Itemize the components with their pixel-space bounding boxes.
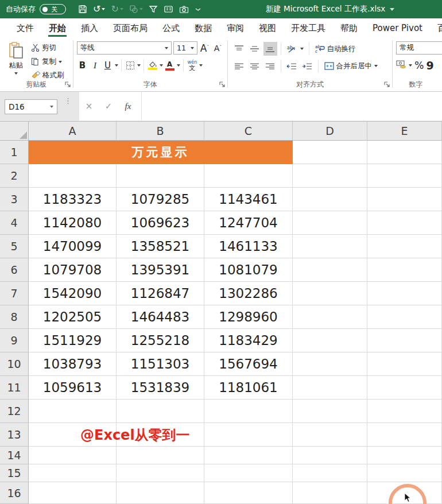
cell-A12[interactable]: [29, 400, 117, 423]
select-all-button[interactable]: [0, 122, 29, 141]
cell-D9[interactable]: [293, 329, 367, 352]
percent-style-icon[interactable]: %: [414, 60, 424, 71]
cell-B8[interactable]: 1464483: [117, 305, 204, 329]
cell-C16[interactable]: [204, 482, 293, 504]
undo-icon[interactable]: ↺: [91, 3, 107, 15]
cell-B16[interactable]: [117, 482, 204, 504]
row-header-13[interactable]: 13: [0, 423, 29, 447]
orientation-icon[interactable]: ab: [285, 42, 298, 56]
accounting-format-icon[interactable]: [396, 60, 406, 71]
cell-D6[interactable]: [293, 258, 367, 282]
align-bottom-icon[interactable]: [263, 42, 277, 56]
enter-icon[interactable]: ✓: [99, 101, 118, 111]
cell-C2[interactable]: [204, 164, 293, 188]
cell-A10[interactable]: 1038793: [29, 352, 117, 376]
row-header-3[interactable]: 3: [0, 188, 29, 211]
cell-D11[interactable]: [293, 376, 367, 400]
cell-C12[interactable]: [204, 400, 293, 423]
row-header-1[interactable]: 1: [0, 141, 29, 164]
merge-center-button[interactable]: 合并后居中: [324, 61, 378, 71]
cell-C11[interactable]: 1181061: [204, 376, 293, 400]
cell-A8[interactable]: 1202505: [29, 305, 117, 329]
underline-dropdown-icon[interactable]: [115, 64, 118, 67]
cell-A4[interactable]: 1142080: [29, 211, 117, 235]
tab-view[interactable]: 视图: [251, 18, 284, 38]
cell-C13[interactable]: [204, 423, 293, 447]
row-header-8[interactable]: 8: [0, 305, 29, 329]
number-format-combo[interactable]: 常规: [396, 41, 442, 55]
font-color-dropdown-icon[interactable]: [177, 64, 180, 67]
cell-A2[interactable]: [29, 164, 117, 188]
column-header-D[interactable]: D: [293, 122, 367, 141]
title-dropdown-icon[interactable]: [390, 8, 394, 11]
cell-D15[interactable]: [293, 464, 367, 482]
row-header-5[interactable]: 5: [0, 235, 29, 258]
cell-E14[interactable]: [367, 447, 442, 464]
align-right-icon[interactable]: [263, 59, 277, 73]
cell-D3[interactable]: [293, 188, 367, 211]
tab-help[interactable]: 帮助: [333, 18, 365, 38]
cell-A14[interactable]: [29, 447, 117, 464]
tab-insert[interactable]: 插入: [73, 18, 106, 38]
row-header-10[interactable]: 10: [0, 352, 29, 376]
cell-B10[interactable]: 1151303: [117, 352, 204, 376]
cell-C7[interactable]: 1302286: [204, 282, 293, 305]
name-box-dropdown-icon[interactable]: [50, 106, 53, 108]
cell-A15[interactable]: [29, 464, 117, 482]
borders-icon[interactable]: [125, 59, 136, 72]
copy-button[interactable]: 复制: [31, 56, 64, 67]
cell-C6[interactable]: 1081079: [204, 258, 293, 282]
cell-B11[interactable]: 1531839: [117, 376, 204, 400]
row-header-12[interactable]: 12: [0, 400, 29, 423]
cell-A16[interactable]: [29, 482, 117, 504]
wrap-text-button[interactable]: abc 自动换行: [315, 44, 356, 54]
cell-B4[interactable]: 1069623: [117, 211, 204, 235]
tab-power-pivot[interactable]: Power Pivot: [365, 18, 430, 38]
tab-file[interactable]: 文件: [9, 18, 41, 38]
cell-E7[interactable]: [367, 282, 442, 305]
cell-D10[interactable]: [293, 352, 367, 376]
row-header-2[interactable]: 2: [0, 164, 29, 188]
cell-D4[interactable]: [293, 211, 367, 235]
camera-icon[interactable]: [177, 4, 191, 15]
cancel-icon[interactable]: ×: [79, 101, 99, 111]
tab-review[interactable]: 审阅: [219, 18, 251, 38]
cell-A3[interactable]: 1183323: [29, 188, 117, 211]
cell-C8[interactable]: 1298960: [204, 305, 293, 329]
row-header-4[interactable]: 4: [0, 211, 29, 235]
cell-E1[interactable]: [367, 141, 442, 164]
cell-B5[interactable]: 1358521: [117, 235, 204, 258]
formula-input[interactable]: [141, 92, 442, 121]
font-color-icon[interactable]: A: [164, 59, 176, 72]
cell-C9[interactable]: 1183429: [204, 329, 293, 352]
align-left-icon[interactable]: [232, 59, 246, 73]
row-header-9[interactable]: 9: [0, 329, 29, 352]
cut-button[interactable]: 剪切: [31, 42, 64, 53]
formula-bar-grip[interactable]: ⋮: [64, 97, 70, 104]
cell-B9[interactable]: 1255218: [117, 329, 204, 352]
filter-icon[interactable]: [147, 3, 160, 15]
cell-B7[interactable]: 1126847: [117, 282, 204, 305]
cell-A9[interactable]: 1511929: [29, 329, 117, 352]
font-dialog-launcher-icon[interactable]: [219, 79, 225, 90]
cell-E15[interactable]: [367, 464, 442, 482]
cell-B3[interactable]: 1079285: [117, 188, 204, 211]
cell-A5[interactable]: 1470099: [29, 235, 117, 258]
increase-indent-icon[interactable]: [300, 59, 314, 73]
cell-D12[interactable]: [293, 400, 367, 423]
cell-B2[interactable]: [117, 164, 204, 188]
cell-C3[interactable]: 1143461: [204, 188, 293, 211]
row-header-16[interactable]: 16: [0, 482, 29, 504]
phonetic-guide-icon[interactable]: wén文: [187, 59, 199, 72]
cell-C14[interactable]: [204, 447, 293, 464]
cell-E12[interactable]: [367, 400, 442, 423]
accounting-dropdown-icon[interactable]: [409, 64, 412, 67]
autosave-toggle[interactable]: 关: [40, 4, 66, 14]
phonetic-dropdown-icon[interactable]: [199, 64, 203, 67]
cell-D2[interactable]: [293, 164, 367, 188]
column-header-B[interactable]: B: [117, 122, 204, 141]
align-center-icon[interactable]: [248, 59, 262, 73]
cell-E3[interactable]: [367, 188, 442, 211]
orientation-dropdown-icon[interactable]: [300, 48, 304, 50]
copy-dropdown-icon[interactable]: [59, 61, 62, 63]
